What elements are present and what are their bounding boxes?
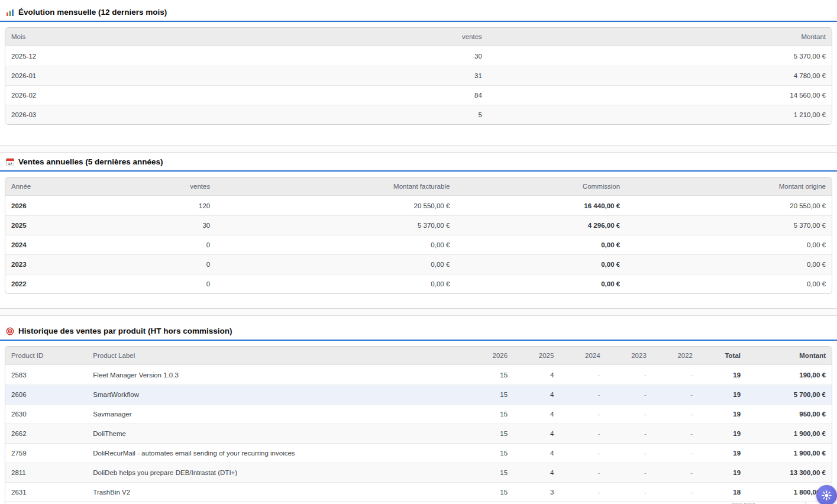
section-title: Ventes annuelles (5 dernières années)	[18, 157, 163, 166]
column-header: Product Label	[87, 347, 443, 365]
cell: 2759	[5, 443, 87, 463]
cell: -	[560, 482, 606, 502]
cell: 5 700,00 €	[746, 385, 832, 404]
cell: 3	[513, 482, 560, 502]
table-row: 2662DoliTheme154---191 900,00 €	[5, 424, 832, 443]
cell: 2026	[5, 196, 105, 215]
cell: 0,00 €	[216, 254, 455, 274]
table-row: 2606SmartWorkflow154---195 700,00 €	[5, 385, 832, 404]
table-header-row: Product IDProduct Label20262025202420232…	[5, 347, 832, 365]
cell: 2662	[5, 424, 87, 443]
section-header: 17 Ventes annuelles (5 dernières années)	[0, 153, 837, 166]
cell: 5 370,00 €	[488, 46, 832, 66]
section-separator	[0, 308, 837, 316]
cell: Fleet Manager Version 1.0.3	[87, 365, 443, 385]
column-header: ventes	[336, 28, 488, 46]
column-header: Total	[699, 347, 746, 365]
column-header: Année	[5, 177, 105, 196]
cell: 4	[513, 463, 560, 482]
cell: 2631	[5, 482, 87, 502]
cell: 0,00 €	[626, 254, 832, 274]
column-header: 2025	[513, 347, 560, 365]
cell: 0,00 €	[216, 274, 455, 293]
section-separator	[0, 145, 837, 153]
cell: Savmanager	[87, 404, 443, 424]
cell: 2026-01	[5, 66, 336, 85]
table-row: 202612020 550,00 €16 440,00 €20 550,00 €	[5, 196, 832, 215]
column-header: 2026	[443, 347, 513, 365]
cell: 2811	[5, 463, 87, 482]
cell: 2023	[5, 254, 105, 274]
bar-chart-icon	[6, 8, 14, 17]
table-row: 2025-12305 370,00 €	[5, 46, 832, 66]
cell: 30	[105, 215, 216, 235]
cell: -	[606, 463, 652, 482]
cell: 15	[443, 404, 513, 424]
cell: 14 560,00 €	[488, 85, 832, 105]
cell: 0,00 €	[216, 235, 455, 254]
section-divider-rule	[0, 21, 837, 22]
cell: 4	[513, 404, 560, 424]
section-divider-rule	[0, 340, 837, 341]
cell: 15	[443, 385, 513, 404]
cell: DoliRecurMail - automates email sending …	[87, 443, 443, 463]
cell: 4	[513, 385, 560, 404]
cell: 15	[443, 424, 513, 443]
cell: -	[652, 404, 699, 424]
column-header: 2024	[560, 347, 606, 365]
cell: 2022	[5, 274, 105, 293]
cell: 1 900,00 €	[746, 443, 832, 463]
section-monthly-evolution: Évolution mensuelle (12 derniers mois) M…	[0, 0, 837, 125]
cell: 15	[443, 463, 513, 482]
cell: 4 780,00 €	[488, 66, 832, 85]
cell: -	[606, 385, 652, 404]
cell: -	[560, 385, 606, 404]
section-title: Historique des ventes par produit (HT ho…	[18, 327, 232, 335]
cell: 0	[105, 274, 216, 293]
table-row: 202400,00 €0,00 €0,00 €	[5, 235, 832, 254]
table-row: 202300,00 €0,00 €0,00 €	[5, 254, 832, 274]
cell: 2630	[5, 404, 87, 424]
cell: 0,00 €	[455, 235, 626, 254]
cell: 190,00 €	[746, 365, 832, 385]
cell: -	[560, 424, 606, 443]
product-sales-table-container: Product IDProduct Label20262025202420232…	[5, 346, 832, 502]
cell: 2026-02	[5, 85, 336, 105]
cell: 2026-03	[5, 105, 336, 124]
cell: -	[560, 443, 606, 463]
cell: 2024	[5, 235, 105, 254]
cell: 19	[699, 443, 746, 463]
cell: -	[560, 463, 606, 482]
cell: -	[652, 463, 699, 482]
cell: 0,00 €	[626, 235, 832, 254]
column-header: Montant	[488, 28, 832, 46]
cell: 20 550,00 €	[626, 196, 832, 215]
table-row: 2026-028414 560,00 €	[5, 85, 832, 105]
cell: 15	[443, 443, 513, 463]
table-row: 2631TrashBin V2153---181 800,00 €	[5, 482, 832, 502]
cell: 5 370,00 €	[216, 215, 455, 235]
cell: DoliDeb helps you prepare DEB/Intrastat …	[87, 463, 443, 482]
cell: 19	[699, 385, 746, 404]
cell: -	[606, 424, 652, 443]
cell: 950,00 €	[746, 404, 832, 424]
cell: 19	[699, 404, 746, 424]
cell: -	[652, 482, 699, 502]
cell: 15	[443, 482, 513, 502]
cell: SmartWorkflow	[87, 385, 443, 404]
svg-text:17: 17	[8, 161, 12, 165]
column-header: ventes	[105, 177, 216, 196]
cell: TrashBin V2	[87, 482, 443, 502]
cell: 4 296,00 €	[455, 215, 626, 235]
column-header: Montant facturable	[216, 177, 455, 196]
cell: 19	[699, 463, 746, 482]
cell: 0	[105, 254, 216, 274]
cell: 2583	[5, 365, 87, 385]
theme-toggle-button[interactable]	[816, 485, 837, 504]
table-row: 2583Fleet Manager Version 1.0.3154---191…	[5, 365, 832, 385]
section-header: Historique des ventes par produit (HT ho…	[0, 316, 837, 335]
cell: 19	[699, 365, 746, 385]
monthly-sales-table-container: MoisventesMontant 2025-12305 370,00 €202…	[5, 27, 832, 125]
cell: 13 300,00 €	[746, 463, 832, 482]
cell: 2606	[5, 385, 87, 404]
